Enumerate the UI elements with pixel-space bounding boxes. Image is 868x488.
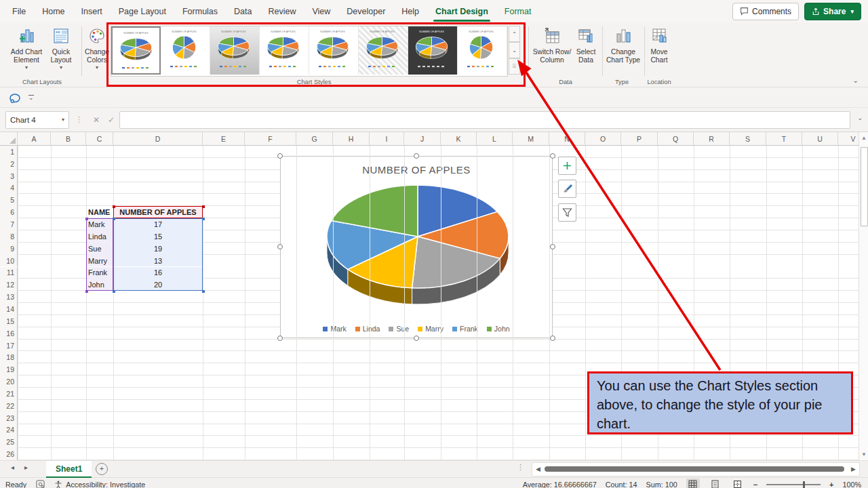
row-header-17[interactable]: 17 (0, 340, 18, 352)
column-header-J[interactable]: J (404, 132, 441, 146)
chart-selection-handle[interactable] (550, 244, 555, 249)
column-header-O[interactable]: O (585, 132, 621, 146)
scroll-down-icon[interactable]: ▼ (859, 451, 868, 458)
cell-name-header[interactable]: NAME (86, 206, 113, 218)
name-box[interactable]: Chart 4 ▾ (5, 111, 69, 129)
column-header-F[interactable]: F (245, 132, 296, 146)
chart-selection-handle[interactable] (414, 153, 419, 159)
row-header-12[interactable]: 12 (0, 279, 18, 291)
column-header-R[interactable]: R (694, 132, 730, 146)
column-header-B[interactable]: B (51, 132, 86, 146)
switch-row-column-button[interactable]: Switch Row/ Column (531, 26, 573, 64)
formula-input[interactable] (119, 111, 850, 129)
chart-filters-button[interactable] (558, 203, 576, 222)
row-header-11[interactable]: 11 (0, 267, 18, 279)
column-header-P[interactable]: P (621, 132, 658, 146)
scroll-left-icon[interactable]: ◀ (536, 466, 540, 472)
menu-tab-file[interactable]: File (4, 0, 34, 22)
enter-icon[interactable]: ✓ (104, 115, 119, 125)
move-chart-button[interactable]: Move Chart (644, 26, 675, 64)
next-sheet-icon[interactable]: ▸ (24, 464, 28, 471)
column-header-S[interactable]: S (730, 132, 766, 146)
normal-view-button[interactable] (686, 479, 700, 488)
cancel-icon[interactable]: ✕ (89, 115, 104, 125)
column-header-A[interactable]: A (18, 132, 51, 146)
menu-tab-help[interactable]: Help (393, 0, 427, 22)
menu-tab-review[interactable]: Review (260, 0, 304, 22)
new-sheet-button[interactable]: + (96, 463, 108, 475)
column-header-G[interactable]: G (296, 132, 333, 146)
pie-chart-object[interactable]: NUMBER OF APPLES MarkLindaSueMarryFrankJ… (280, 156, 553, 338)
range-handle[interactable] (85, 290, 88, 293)
change-colors-button[interactable]: Change Colors▾ (83, 26, 111, 71)
chart-style-thumbnail-4[interactable]: NUMBER OF APPLES (260, 26, 309, 75)
row-header-21[interactable]: 21 (0, 388, 18, 400)
row-header-22[interactable]: 22 (0, 400, 18, 412)
legend-item-Linda[interactable]: Linda (355, 325, 380, 333)
chart-style-thumbnail-5[interactable]: NUMBER OF APPLES (309, 26, 359, 75)
chart-selection-handle[interactable] (550, 336, 555, 341)
column-header-Q[interactable]: Q (658, 132, 694, 146)
expand-formula-bar-chevron-icon[interactable]: ⌄ (857, 115, 863, 121)
sheet-tab-active[interactable]: Sheet1 (46, 461, 92, 478)
chart-legend[interactable]: MarkLindaSueMarryFrankJohn (281, 325, 552, 333)
column-header-U[interactable]: U (802, 132, 838, 146)
range-handle[interactable] (85, 218, 88, 220)
page-layout-view-button[interactable] (709, 479, 722, 488)
customize-qat-chevron-icon[interactable]: ⌄ (28, 95, 34, 100)
menu-tab-data[interactable]: Data (226, 0, 260, 22)
collapse-ribbon-chevron-icon[interactable]: ⌄ (853, 77, 859, 84)
column-header-H[interactable]: H (333, 132, 370, 146)
row-header-14[interactable]: 14 (0, 303, 18, 315)
chart-style-thumbnail-1[interactable]: NUMBER OF APPLES (111, 26, 161, 75)
row-header-3[interactable]: 3 (0, 170, 18, 182)
chart-selection-handle[interactable] (277, 153, 283, 159)
range-handle[interactable] (202, 205, 205, 208)
change-chart-type-button[interactable]: Change Chart Type (604, 26, 642, 64)
range-handle[interactable] (202, 218, 205, 220)
macro-record-icon[interactable] (36, 480, 45, 488)
horizontal-scrollbar[interactable]: ◀ ▶ (532, 462, 860, 476)
column-header-N[interactable]: N (549, 132, 585, 146)
accessibility-status[interactable]: Accessibility: Investigate (54, 481, 145, 488)
range-handle[interactable] (202, 290, 205, 293)
row-header-25[interactable]: 25 (0, 436, 18, 448)
column-header-M[interactable]: M (513, 132, 549, 146)
lasso-icon[interactable] (8, 91, 22, 104)
range-handle[interactable] (113, 205, 115, 208)
row-header-7[interactable]: 7 (0, 218, 18, 230)
legend-item-Sue[interactable]: Sue (389, 325, 409, 333)
chart-selection-handle[interactable] (277, 336, 283, 341)
row-header-6[interactable]: 6 (0, 206, 18, 218)
zoom-slider-thumb[interactable] (803, 481, 805, 488)
menu-tab-home[interactable]: Home (34, 0, 73, 22)
chart-style-thumbnail-2[interactable]: NUMBER OF APPLES (161, 26, 210, 75)
row-header-5[interactable]: 5 (0, 194, 18, 206)
comments-button[interactable]: Comments (732, 3, 799, 20)
menu-tab-page-layout[interactable]: Page Layout (111, 0, 174, 22)
row-header-15[interactable]: 15 (0, 315, 18, 327)
quick-layout-button[interactable]: Quick Layout▾ (43, 26, 79, 71)
row-header-8[interactable]: 8 (0, 230, 18, 243)
column-header-C[interactable]: C (86, 132, 113, 146)
row-header-13[interactable]: 13 (0, 291, 18, 303)
prev-sheet-icon[interactable]: ◂ (11, 464, 14, 471)
row-header-2[interactable]: 2 (0, 158, 18, 170)
chart-style-thumbnail-3[interactable]: NUMBER OF APPLES (210, 26, 260, 75)
column-header-E[interactable]: E (203, 132, 245, 146)
legend-item-Mark[interactable]: Mark (323, 325, 346, 333)
select-data-button[interactable]: Select Data (572, 26, 600, 64)
range-handle[interactable] (113, 290, 115, 293)
add-chart-element-button[interactable]: Add Chart Element▾ (7, 26, 46, 71)
menu-tab-chart-design[interactable]: Chart Design (427, 0, 496, 22)
column-header-I[interactable]: I (370, 132, 404, 146)
scrollbar-grip-icon[interactable]: ⋮ (517, 463, 525, 472)
menu-tab-format[interactable]: Format (496, 0, 540, 22)
row-header-18[interactable]: 18 (0, 351, 18, 363)
column-header-K[interactable]: K (441, 132, 477, 146)
menu-tab-developer[interactable]: Developer (338, 0, 393, 22)
chart-style-thumbnail-8[interactable]: NUMBER OF APPLES (458, 26, 507, 75)
chart-elements-button[interactable] (558, 157, 576, 175)
row-header-1[interactable]: 1 (0, 146, 18, 158)
row-header-24[interactable]: 24 (0, 424, 18, 436)
